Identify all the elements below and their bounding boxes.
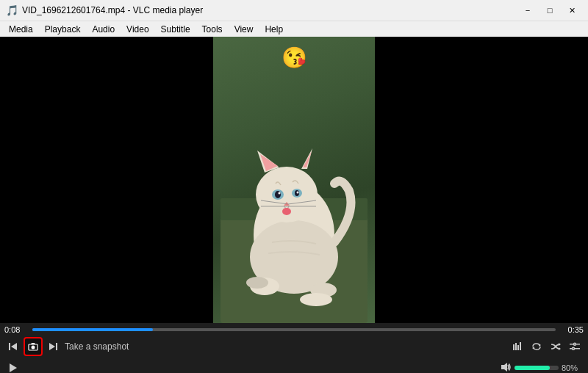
svg-marker-37: [532, 347, 534, 350]
svg-rect-25: [9, 343, 10, 350]
snapshot-label: Take a snapshot: [65, 341, 129, 352]
next-frame-button[interactable]: [44, 338, 62, 355]
svg-point-6: [246, 277, 268, 289]
svg-point-42: [574, 343, 576, 345]
maximize-button[interactable]: □: [539, 3, 560, 18]
time-total: 0:35: [560, 325, 584, 334]
window-title: VID_1696212601764.mp4 - VLC media player: [22, 5, 517, 15]
svg-point-7: [300, 293, 332, 306]
svg-marker-39: [559, 343, 561, 346]
emoji-overlay: 😘: [282, 46, 307, 70]
svg-marker-29: [31, 343, 35, 344]
menu-media[interactable]: Media: [3, 21, 39, 37]
seek-bar-fill: [32, 328, 153, 331]
video-content: 😘: [213, 37, 375, 323]
volume-bar-fill: [514, 366, 550, 370]
svg-point-18: [297, 192, 299, 194]
shuffle-button[interactable]: [547, 338, 564, 355]
title-bar: 🎵 VID_1696212601764.mp4 - VLC media play…: [0, 0, 588, 21]
controls-row1: Take a snapshot: [0, 336, 588, 357]
svg-marker-47: [501, 363, 507, 372]
svg-point-28: [32, 346, 35, 350]
controls-row2: 80%: [0, 357, 588, 373]
svg-rect-35: [520, 342, 521, 350]
menu-view[interactable]: View: [229, 21, 259, 37]
volume-icon[interactable]: [500, 361, 512, 374]
cat-illustration: [220, 66, 368, 323]
vlc-icon: 🎵: [6, 4, 18, 16]
minimize-button[interactable]: −: [517, 3, 538, 18]
seek-bar[interactable]: [32, 328, 556, 331]
svg-rect-34: [517, 345, 519, 350]
menu-video[interactable]: Video: [121, 21, 154, 37]
menu-bar: Media Playback Audio Video Subtitle Tool…: [0, 21, 588, 37]
menu-playback[interactable]: Playback: [39, 21, 87, 37]
play-pause-button[interactable]: [4, 359, 22, 373]
menu-audio[interactable]: Audio: [86, 21, 121, 37]
prev-frame-button[interactable]: [4, 338, 22, 355]
menu-subtitle[interactable]: Subtitle: [155, 21, 196, 37]
svg-marker-46: [10, 363, 17, 372]
svg-marker-38: [559, 347, 561, 350]
volume-label: 80%: [562, 363, 584, 372]
close-button[interactable]: ✕: [562, 3, 582, 18]
svg-point-45: [573, 347, 575, 350]
svg-rect-32: [513, 344, 514, 350]
seek-area: 0:08 0:35: [0, 323, 588, 336]
svg-point-15: [279, 192, 281, 195]
menu-help[interactable]: Help: [259, 21, 289, 37]
volume-bar[interactable]: [514, 366, 559, 370]
svg-marker-26: [11, 343, 17, 350]
svg-marker-31: [49, 343, 55, 350]
menu-tools[interactable]: Tools: [196, 21, 229, 37]
video-area: 😘: [0, 37, 588, 323]
snapshot-button[interactable]: [24, 337, 43, 356]
mixer-button[interactable]: [509, 338, 526, 355]
svg-rect-30: [56, 343, 57, 350]
window-controls: − □ ✕: [517, 3, 582, 18]
extended-settings-button[interactable]: [566, 338, 584, 355]
svg-point-24: [282, 208, 291, 215]
svg-rect-33: [515, 343, 517, 350]
volume-area: 80%: [500, 361, 584, 374]
time-current: 0:08: [4, 325, 28, 334]
loop-button[interactable]: [528, 338, 545, 355]
svg-marker-36: [539, 344, 541, 347]
svg-point-14: [275, 191, 281, 198]
